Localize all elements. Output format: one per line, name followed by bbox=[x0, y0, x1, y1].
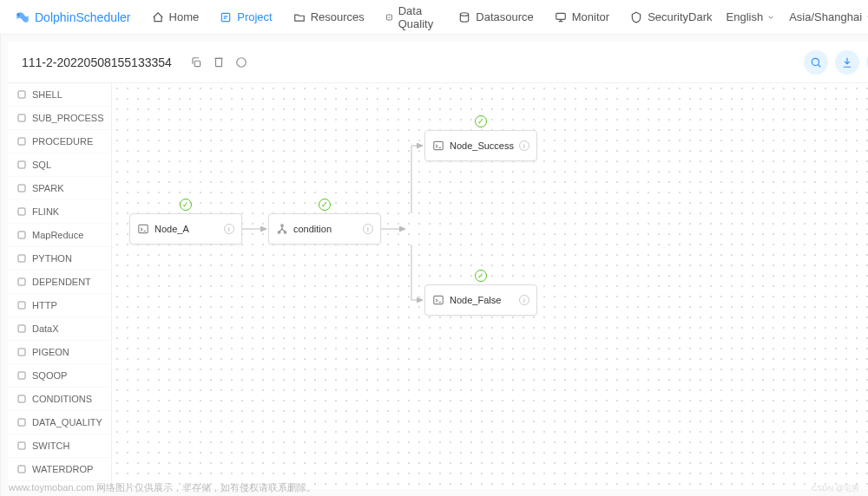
download-button[interactable] bbox=[835, 50, 859, 75]
workflow-title: 111-2-20220508155133354 bbox=[22, 55, 172, 69]
task-type-pigeon[interactable]: PIGEON bbox=[8, 341, 111, 364]
task-type-mapreduce[interactable]: MapReduce bbox=[8, 224, 111, 247]
svg-rect-24 bbox=[18, 232, 25, 238]
task-type-conditions[interactable]: CONDITIONS bbox=[8, 388, 111, 411]
main: Project Overview Workflow Workflow Relat… bbox=[0, 35, 868, 496]
svg-rect-23 bbox=[18, 208, 25, 215]
node-a[interactable]: Node_A i bbox=[129, 213, 242, 245]
timezone-select[interactable]: Asia/Shanghai bbox=[789, 10, 868, 23]
content: 111-2-20220508155133354 Save Close bbox=[1, 35, 868, 496]
task-type-flink[interactable]: FLINK bbox=[8, 200, 111, 224]
workspace: SHELLSUB_PROCESSPROCEDURESQLSPARKFLINKMa… bbox=[8, 83, 868, 489]
nav: Home Project Resources Data Quality Data… bbox=[152, 4, 689, 30]
node-info-icon[interactable]: i bbox=[519, 295, 529, 305]
svg-rect-28 bbox=[18, 325, 25, 332]
svg-rect-41 bbox=[434, 141, 444, 149]
logo-icon bbox=[14, 9, 31, 26]
svg-rect-30 bbox=[18, 372, 25, 379]
task-type-switch[interactable]: SWITCH bbox=[8, 434, 111, 458]
svg-rect-26 bbox=[18, 278, 25, 285]
canvas[interactable]: Node_A i condition i Node_Succes bbox=[112, 83, 868, 489]
svg-point-0 bbox=[16, 13, 19, 16]
nav-monitor[interactable]: Monitor bbox=[555, 4, 609, 30]
task-type-dependent[interactable]: DEPENDENT bbox=[8, 271, 111, 294]
monitor-icon bbox=[555, 11, 567, 23]
svg-point-38 bbox=[281, 225, 283, 226]
task-icon bbox=[16, 441, 27, 451]
nav-security[interactable]: Security bbox=[630, 4, 688, 30]
delete-icon[interactable] bbox=[212, 55, 226, 69]
svg-rect-31 bbox=[18, 395, 25, 402]
app-name: DolphinScheduler bbox=[35, 10, 131, 24]
task-type-sql[interactable]: SQL bbox=[8, 153, 111, 177]
task-type-sqoop[interactable]: SQOOP bbox=[8, 364, 111, 388]
theme-toggle[interactable]: Dark bbox=[688, 10, 712, 23]
language-select[interactable]: English bbox=[727, 10, 776, 23]
svg-rect-18 bbox=[18, 91, 25, 98]
nav-home[interactable]: Home bbox=[152, 4, 200, 30]
nav-project[interactable]: Project bbox=[220, 4, 272, 30]
task-type-sub_process[interactable]: SUB_PROCESS bbox=[8, 107, 111, 130]
nav-resources[interactable]: Resources bbox=[293, 4, 365, 30]
task-type-waterdrop[interactable]: WATERDROP bbox=[8, 458, 111, 481]
node-success[interactable]: Node_Success i bbox=[424, 130, 537, 161]
datasource-icon bbox=[458, 11, 470, 23]
task-icon bbox=[16, 370, 27, 381]
shell-icon bbox=[432, 294, 444, 306]
search-button[interactable] bbox=[804, 50, 828, 75]
info-icon[interactable] bbox=[234, 55, 248, 69]
task-icon bbox=[16, 417, 27, 427]
task-type-spark[interactable]: SPARK bbox=[8, 177, 111, 200]
task-palette[interactable]: SHELLSUB_PROCESSPROCEDURESQLSPARKFLINKMa… bbox=[8, 83, 112, 489]
task-type-datax[interactable]: DataX bbox=[8, 317, 111, 341]
shield-icon bbox=[630, 11, 642, 23]
task-type-http[interactable]: HTTP bbox=[8, 294, 111, 317]
toolbar-right: Save Close bbox=[804, 50, 868, 75]
project-icon bbox=[220, 11, 232, 23]
task-icon bbox=[16, 347, 27, 357]
svg-rect-21 bbox=[18, 161, 25, 168]
status-success-icon bbox=[180, 199, 192, 211]
node-condition[interactable]: condition i bbox=[268, 213, 381, 245]
status-success-icon bbox=[319, 199, 331, 211]
task-type-procedure[interactable]: PROCEDURE bbox=[8, 130, 111, 153]
svg-point-39 bbox=[278, 232, 279, 233]
task-icon bbox=[16, 300, 27, 310]
svg-rect-33 bbox=[18, 442, 25, 449]
task-icon bbox=[16, 253, 27, 264]
footer-left: www.toymoban.com 网络图片仅供展示，非存储，如有侵权请联系删除。 bbox=[9, 481, 316, 494]
svg-rect-32 bbox=[18, 419, 25, 426]
status-success-icon bbox=[475, 115, 487, 127]
home-icon bbox=[152, 11, 164, 23]
quality-icon bbox=[385, 11, 393, 23]
task-type-data_quality[interactable]: DATA_QUALITY bbox=[8, 411, 111, 434]
task-type-python[interactable]: PYTHON bbox=[8, 247, 111, 271]
task-icon bbox=[16, 394, 27, 404]
node-info-icon[interactable]: i bbox=[519, 140, 529, 151]
node-info-icon[interactable]: i bbox=[224, 224, 234, 234]
svg-rect-20 bbox=[18, 138, 25, 145]
task-icon bbox=[16, 183, 27, 193]
svg-rect-4 bbox=[556, 13, 566, 19]
node-info-icon[interactable]: i bbox=[363, 224, 373, 234]
svg-rect-13 bbox=[194, 61, 200, 66]
task-icon bbox=[16, 323, 27, 334]
copy-icon[interactable] bbox=[189, 55, 203, 69]
svg-rect-42 bbox=[434, 296, 444, 303]
header: DolphinScheduler Home Project Resources … bbox=[0, 0, 868, 35]
svg-rect-27 bbox=[18, 302, 25, 309]
svg-point-16 bbox=[812, 58, 819, 65]
node-false[interactable]: Node_False i bbox=[424, 284, 537, 316]
shell-icon bbox=[432, 140, 444, 152]
svg-rect-25 bbox=[18, 255, 25, 262]
svg-rect-37 bbox=[139, 225, 148, 232]
nav-data-quality[interactable]: Data Quality bbox=[385, 4, 437, 30]
shell-icon bbox=[137, 223, 149, 235]
logo[interactable]: DolphinScheduler bbox=[14, 9, 131, 26]
task-icon bbox=[16, 230, 27, 240]
canvas-inner: Node_A i condition i Node_Succes bbox=[112, 83, 868, 489]
task-type-shell[interactable]: SHELL bbox=[8, 83, 111, 107]
nav-datasource[interactable]: Datasource bbox=[458, 4, 533, 30]
svg-rect-22 bbox=[18, 185, 25, 192]
svg-rect-1 bbox=[222, 13, 230, 21]
